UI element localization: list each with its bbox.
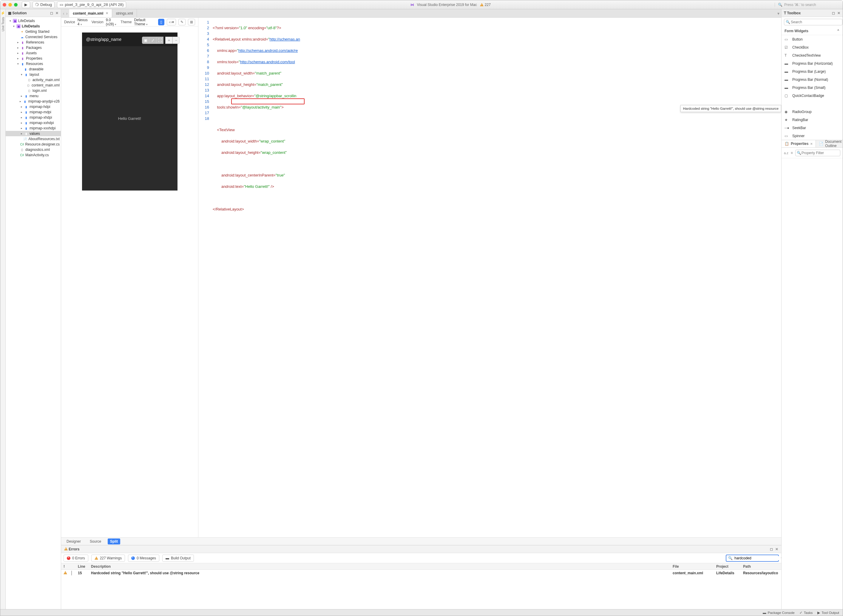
toolbox-item[interactable] bbox=[781, 100, 843, 108]
zoom-out-icon[interactable]: － bbox=[172, 37, 179, 44]
warning-badge[interactable]: 227 bbox=[480, 3, 491, 7]
toolbox-item[interactable]: ▢QuickContactBadge bbox=[781, 91, 843, 100]
project-node[interactable]: LifeDetails bbox=[22, 24, 40, 28]
sort-az[interactable]: a.z bbox=[784, 151, 789, 155]
toolbox-item[interactable]: ▭Button bbox=[781, 35, 843, 43]
toolbox-item[interactable]: ◉RadioGroup bbox=[781, 108, 843, 116]
folder-mipmap[interactable]: mipmap-anydpi-v26 bbox=[28, 99, 60, 103]
minimize-icon[interactable] bbox=[8, 3, 12, 7]
toolbox-item[interactable]: ☑CheckBox bbox=[781, 43, 843, 51]
file-main-activity[interactable]: MainActivity.cs bbox=[25, 153, 48, 157]
tab-content-main[interactable]: content_main.xml✕ bbox=[69, 9, 112, 17]
folder-mipmap[interactable]: mipmap-xxxhdpi bbox=[29, 126, 56, 130]
filter-messages[interactable]: 0 Messages bbox=[128, 554, 159, 562]
folder-menu[interactable]: menu bbox=[29, 94, 38, 98]
tab-split[interactable]: Split bbox=[108, 538, 120, 544]
tab-document-outline[interactable]: 📄Document Outline bbox=[816, 140, 843, 147]
preview-zoom-controls: ▣ ⤢ ⛶ ＋ － bbox=[142, 37, 179, 44]
folder-assets[interactable]: Assets bbox=[26, 51, 37, 55]
tab-overflow-icon[interactable]: ▾ bbox=[777, 11, 780, 16]
panel-close-icon[interactable]: ✕ bbox=[56, 11, 59, 15]
toolbox-group-header[interactable]: Form Widgets ⌃ bbox=[781, 27, 843, 35]
toolbox-item[interactable]: ★RatingBar bbox=[781, 116, 843, 124]
file-activity-main[interactable]: activity_main.xml bbox=[32, 78, 60, 82]
file-diagnostics[interactable]: diagnostics.xml bbox=[25, 148, 50, 152]
build-output-button[interactable]: ▬Build Output bbox=[162, 554, 194, 562]
global-search[interactable]: 🔍 Press '⌘.' to search bbox=[775, 3, 840, 7]
toolbox-item[interactable]: ─●SeekBar bbox=[781, 124, 843, 132]
orientation-landscape-button[interactable]: ▭▾ bbox=[167, 19, 176, 25]
zoom-in-icon[interactable]: ＋ bbox=[165, 37, 172, 44]
bolt-icon[interactable]: ⚡ bbox=[1, 11, 5, 15]
connected-services[interactable]: Connected Services bbox=[25, 35, 57, 39]
nav-back-icon[interactable]: ‹ bbox=[63, 11, 65, 16]
panel-dock-icon[interactable]: ◻ bbox=[832, 11, 835, 15]
status-package-console[interactable]: ▬ Package Console bbox=[763, 611, 795, 615]
toolbox-item[interactable]: TCheckedTextView bbox=[781, 51, 843, 59]
tab-strings[interactable]: strings.xml bbox=[112, 9, 137, 17]
folder-drawable[interactable]: drawable bbox=[29, 67, 44, 71]
designer-tool-button[interactable]: ✎ bbox=[178, 19, 185, 25]
run-button[interactable]: ▶ bbox=[22, 1, 30, 8]
folder-packages[interactable]: Packages bbox=[26, 45, 42, 50]
device-preview[interactable]: @string/app_name Hello Garrett! bbox=[82, 32, 178, 191]
theme-dropdown[interactable]: Default Theme ▾ bbox=[134, 18, 153, 26]
version-dropdown[interactable]: 9.0 (v28) ▾ bbox=[106, 18, 118, 26]
folder-mipmap[interactable]: mipmap-xxhdpi bbox=[29, 121, 54, 125]
close-icon[interactable]: ✕ bbox=[810, 142, 812, 145]
folder-values[interactable]: values bbox=[29, 132, 40, 136]
panel-close-icon[interactable]: ✕ bbox=[837, 11, 840, 15]
nav-fwd-icon[interactable]: › bbox=[66, 11, 68, 16]
file-login[interactable]: login.xml bbox=[32, 88, 47, 93]
tab-source[interactable]: Source bbox=[87, 538, 104, 544]
toolbox-item[interactable]: ▬Progress Bar (Horizontal) bbox=[781, 59, 843, 67]
file-content-main[interactable]: content_main.xml bbox=[32, 83, 60, 87]
status-tasks[interactable]: ✓ Tasks bbox=[799, 611, 812, 615]
folder-references[interactable]: References bbox=[26, 40, 44, 44]
errors-search[interactable]: 🔍 ⓧ bbox=[726, 554, 779, 562]
panel-dock-icon[interactable]: ◻ bbox=[770, 547, 773, 551]
file-about-resources[interactable]: AboutResources.txt bbox=[28, 137, 60, 141]
toolbox-item[interactable]: ▬Progress Bar (Small) bbox=[781, 84, 843, 91]
tab-designer[interactable]: Designer bbox=[64, 538, 83, 544]
zoom-actual-icon[interactable]: ⛶ bbox=[156, 37, 163, 44]
zoom-fit-icon[interactable]: ▣ bbox=[142, 37, 149, 44]
unit-tests-tab[interactable]: Unit Tests bbox=[1, 17, 5, 31]
errors-search-input[interactable] bbox=[734, 556, 779, 560]
error-row[interactable]: 15 Hardcoded string "Hello Garrett!", sh… bbox=[61, 570, 781, 576]
folder-resources[interactable]: Resources bbox=[26, 62, 43, 66]
property-filter-input[interactable] bbox=[795, 150, 840, 156]
tab-properties[interactable]: 📋Properties✕ bbox=[781, 140, 816, 147]
file-resource-designer[interactable]: Resource.designer.cs bbox=[25, 142, 60, 147]
zoom-icon[interactable] bbox=[14, 3, 18, 7]
close-icon[interactable] bbox=[3, 3, 6, 7]
folder-layout[interactable]: layout bbox=[29, 72, 39, 77]
row-checkbox[interactable] bbox=[71, 571, 72, 575]
solution-tree[interactable]: ▾▣LifeDetails ▾▣LifeDetails ✦Getting Sta… bbox=[6, 17, 61, 609]
config-selector[interactable]: ❍Debug bbox=[32, 1, 54, 8]
orientation-portrait-button[interactable]: ▯ bbox=[158, 19, 164, 25]
toolbox-item[interactable]: ▭Spinner bbox=[781, 132, 843, 140]
solution-root[interactable]: LifeDetails bbox=[18, 19, 35, 23]
folder-mipmap[interactable]: mipmap-hdpi bbox=[29, 105, 50, 109]
designer-grid-button[interactable]: ⊞ bbox=[188, 19, 195, 25]
source-editor[interactable]: 123456789101112131415161718 <?xml versio… bbox=[198, 18, 781, 537]
folder-mipmap[interactable]: mipmap-mdpi bbox=[29, 110, 51, 114]
folder-properties[interactable]: Properties bbox=[26, 56, 43, 60]
folder-mipmap[interactable]: mipmap-xhdpi bbox=[29, 115, 52, 120]
device-selector[interactable]: ▭pixel_3_pie_9_0_api_28 (API 28) bbox=[57, 1, 126, 8]
getting-started[interactable]: Getting Started bbox=[25, 29, 50, 34]
zoom-expand-icon[interactable]: ⤢ bbox=[149, 37, 156, 44]
code-content[interactable]: <?xml version="1.0" encoding="utf-8"?> <… bbox=[211, 18, 781, 537]
status-tool-output[interactable]: ▶ Tool Output bbox=[817, 611, 839, 615]
device-dropdown[interactable]: Nexus 4 ▾ bbox=[78, 18, 89, 26]
group-icon[interactable]: ≡ bbox=[791, 151, 793, 155]
filter-warnings[interactable]: 227 Warnings bbox=[91, 554, 125, 562]
close-tab-icon[interactable]: ✕ bbox=[106, 11, 108, 15]
filter-errors[interactable]: 0 Errors bbox=[63, 554, 88, 562]
panel-close-icon[interactable]: ✕ bbox=[775, 547, 778, 551]
panel-dock-icon[interactable]: ◻ bbox=[50, 11, 53, 15]
toolbox-item[interactable]: ▬Progress Bar (Large) bbox=[781, 67, 843, 75]
toolbox-search-input[interactable] bbox=[784, 19, 842, 25]
toolbox-item[interactable]: ▬Progress Bar (Normal) bbox=[781, 75, 843, 84]
